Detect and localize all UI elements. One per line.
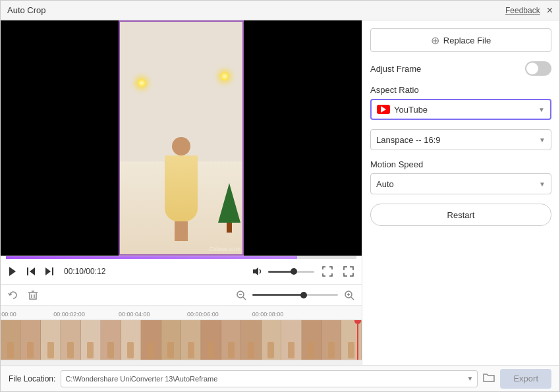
track-frames <box>1 320 362 360</box>
volume-slider[interactable] <box>268 271 314 273</box>
timeline-toolbar <box>1 285 362 306</box>
svg-rect-1 <box>27 267 28 275</box>
progress-fill <box>6 256 297 259</box>
progress-bar[interactable] <box>6 256 356 259</box>
aspect-ratio-chevron: ▼ <box>538 106 545 113</box>
export-button[interactable]: Export <box>500 369 551 389</box>
person-leg-right <box>182 221 187 241</box>
time-display: 00:10/00:12 <box>64 267 105 276</box>
timeline-track[interactable] <box>1 320 362 360</box>
skip-back-button[interactable] <box>24 265 38 278</box>
person-figure <box>161 137 201 242</box>
track-frame-figure <box>348 342 354 358</box>
track-frame <box>101 320 121 360</box>
file-path-text: C:\Wondershare UniConverter 13\AutoRefra… <box>65 375 217 383</box>
aspect-ratio-selected-left: YouTube <box>377 105 428 115</box>
tree-trunk <box>227 223 232 233</box>
track-frame-figure <box>87 342 94 358</box>
track-frame-figure <box>47 342 54 358</box>
track-frame-figure <box>167 342 174 358</box>
ruler-mark-2: 00:00:02:00 <box>53 311 85 318</box>
track-frame <box>41 320 61 360</box>
ruler-mark-6: 00:00:06:00 <box>187 311 219 318</box>
aspect-ratio-selected-label: YouTube <box>394 105 428 115</box>
restart-button[interactable]: Restart <box>370 204 551 226</box>
adjust-frame-toggle[interactable] <box>525 61 551 76</box>
orientation-dropdown[interactable]: Lanspace -- 16:9 ▼ <box>370 129 551 150</box>
skip-back-icon <box>26 266 36 277</box>
orientation-selected-left: Lanspace -- 16:9 <box>376 135 441 145</box>
playback-controls: 00:10/00:12 <box>6 259 356 284</box>
delete-button[interactable] <box>26 288 40 302</box>
orientation-selected-label: Lanspace -- 16:9 <box>376 135 441 145</box>
fullscreen-button[interactable] <box>341 264 356 279</box>
file-path-dropdown[interactable]: C:\Wondershare UniConverter 13\AutoRefra… <box>61 370 478 387</box>
zoom-slider[interactable] <box>252 294 338 296</box>
svg-rect-3 <box>52 267 53 275</box>
replace-file-button[interactable]: ⊕ Replace File <box>370 28 551 52</box>
zoom-out-button[interactable] <box>234 288 248 302</box>
right-panel: ⊕ Replace File Adjust Frame Aspect Ratio <box>362 20 559 365</box>
track-frame <box>221 320 241 360</box>
main-window: Auto Crop Feedback × <box>0 0 560 392</box>
feedback-link[interactable]: Feedback <box>505 6 540 15</box>
window-title: Auto Crop <box>7 5 46 15</box>
motion-speed-chevron: ▼ <box>539 181 546 188</box>
youtube-play-icon <box>381 106 386 113</box>
browse-folder-button[interactable] <box>483 372 495 385</box>
svg-marker-5 <box>253 267 258 275</box>
track-frame-figure <box>107 342 114 358</box>
zoom-out-icon <box>236 290 246 300</box>
fit-screen-button[interactable] <box>320 264 335 279</box>
timeline-scrollbar[interactable] <box>1 360 362 365</box>
undo-button[interactable] <box>6 288 20 302</box>
replace-file-label: Replace File <box>443 36 491 45</box>
adjust-frame-label: Adjust Frame <box>370 64 421 74</box>
svg-line-12 <box>243 297 246 300</box>
track-frame <box>281 320 301 360</box>
person-legs <box>175 221 188 241</box>
zoom-thumb <box>300 292 307 298</box>
video-watermark: Cideos.com <box>209 246 240 252</box>
replace-plus-icon: ⊕ <box>431 34 439 47</box>
motion-speed-dropdown[interactable]: Auto ▼ <box>370 173 551 194</box>
file-location-label: File Location: <box>9 374 55 383</box>
zoom-controls <box>234 288 356 302</box>
folder-icon <box>483 372 495 383</box>
sparkle-left <box>138 79 146 87</box>
play-icon <box>7 266 18 277</box>
track-frame-figure <box>148 342 154 358</box>
skip-forward-button[interactable] <box>43 265 56 278</box>
track-frame-figure <box>248 342 254 358</box>
track-frame-figure <box>228 342 235 358</box>
aspect-ratio-dropdown[interactable]: YouTube ▼ <box>370 99 551 120</box>
track-frame <box>121 320 141 360</box>
volume-button[interactable] <box>251 265 264 278</box>
track-frame <box>322 320 341 360</box>
play-button[interactable] <box>6 265 19 278</box>
motion-speed-selected-label: Auto <box>376 179 394 189</box>
youtube-icon <box>377 105 390 114</box>
svg-marker-2 <box>30 267 35 275</box>
zoom-fill <box>252 294 304 296</box>
aspect-ratio-section: Aspect Ratio YouTube ▼ <box>370 85 551 120</box>
track-frame-figure <box>328 342 335 358</box>
close-button[interactable]: × <box>547 5 553 16</box>
zoom-in-button[interactable] <box>342 288 356 302</box>
track-frame-figure <box>267 342 274 358</box>
playhead[interactable] <box>357 320 358 360</box>
motion-speed-selected-left: Auto <box>376 179 394 189</box>
track-frame-figure <box>208 342 214 358</box>
sparkle-right <box>221 72 229 80</box>
adjust-frame-row: Adjust Frame <box>370 61 551 76</box>
person-dress <box>165 155 198 221</box>
track-frame <box>81 320 101 360</box>
track-frame-figure <box>27 342 34 358</box>
skip-forward-icon <box>44 266 55 277</box>
track-frame-figure <box>67 342 74 358</box>
file-path-chevron: ▼ <box>467 375 474 382</box>
aspect-ratio-label: Aspect Ratio <box>370 85 551 95</box>
ruler-mark-8: 00:00:08:00 <box>252 311 284 318</box>
track-frame-figure <box>127 342 134 358</box>
track-frame-figure <box>7 342 14 358</box>
